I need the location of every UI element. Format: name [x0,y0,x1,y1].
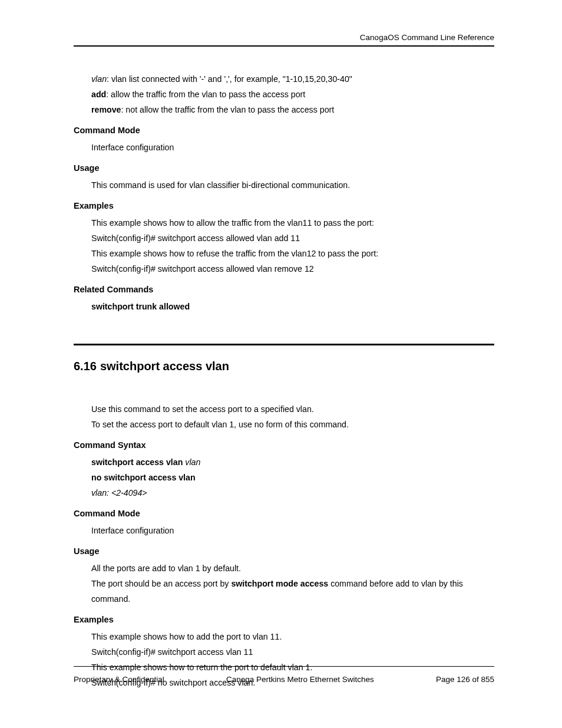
syntax-block: switchport access vlan vlan no switchpor… [74,454,494,500]
example-line: Switch(config-if)# switchport access vla… [91,644,494,660]
page-header: CanogaOS Command Line Reference [74,33,494,47]
usage-text-a: The port should be an access port by [91,579,231,588]
footer-center: Canoga Pertkins Metro Ethernet Switches [226,675,374,684]
text-add: : allow the traffic from the vlan to pas… [106,90,305,99]
heading-command-mode: Command Mode [74,126,494,135]
section-title-text: switchport access vlan [100,360,229,373]
syntax-line: switchport access vlan vlan [91,454,494,470]
heading-related: Related Commands [74,285,494,294]
intro-line: Use this command to set the access port … [91,401,494,417]
usage-text: This command is used for vlan classifier… [74,177,494,193]
usage-line: All the ports are add to vlan 1 by defau… [91,561,494,576]
text-vlan: : vlan list connected with '-' and ',', … [107,74,352,84]
example-line: Switch(config-if)# switchport access all… [91,261,494,276]
heading-command-mode-2: Command Mode [74,509,494,518]
term-vlan: vlan [91,74,107,84]
example-line: Switch(config-if)# switchport access all… [91,230,494,246]
header-title: CanogaOS Command Line Reference [360,33,494,42]
def-add: add: allow the traffic from the vlan to … [91,87,494,102]
command-mode-text: Interface configuration [74,140,494,155]
heading-examples-2: Examples [74,615,494,624]
section-intro: Use this command to set the access port … [74,401,494,432]
def-remove: remove: not allow the traffic from the v… [91,102,494,117]
footer-left: Proprietary & Confidential [74,675,164,684]
usage-line: The port should be an access port by swi… [91,576,494,607]
def-vlan: vlan: vlan list connected with '-' and '… [91,71,494,87]
example-line: This example shows how to refuse the tra… [91,246,494,261]
intro-line: To set the access port to default vlan 1… [91,417,494,432]
example-line: This example shows how to allow the traf… [91,215,494,230]
example-line: This example shows how to add the port t… [91,629,494,644]
term-remove: remove [91,105,121,114]
related-command: switchport trunk allowed [74,299,494,314]
heading-usage-2: Usage [74,546,494,556]
page-footer: Proprietary & Confidential Canoga Pertki… [74,666,494,684]
syntax-arg: vlan [185,457,200,467]
syntax-line: vlan: <2-4094> [91,485,494,500]
usage-block-2: All the ports are add to vlan 1 by defau… [74,561,494,607]
term-add: add [91,90,106,99]
heading-syntax: Command Syntax [74,440,494,450]
page: CanogaOS Command Line Reference vlan: vl… [0,0,562,728]
examples-block: This example shows how to allow the traf… [74,215,494,276]
syntax-cmd: switchport access vlan [91,457,185,467]
section-separator [74,344,494,345]
heading-usage: Usage [74,163,494,173]
section-heading: 6.16switchport access vlan [74,360,494,373]
syntax-line: no switchport access vlan [91,470,494,485]
command-mode-text-2: Interface configuration [74,523,494,538]
footer-right: Page 126 of 855 [436,675,494,684]
usage-text-bold: switchport mode access [231,579,328,588]
heading-examples: Examples [74,201,494,210]
text-remove: : not allow the traffic from the vlan to… [121,105,334,114]
section-number: 6.16 [74,360,97,373]
param-definitions: vlan: vlan list connected with '-' and '… [74,71,494,117]
